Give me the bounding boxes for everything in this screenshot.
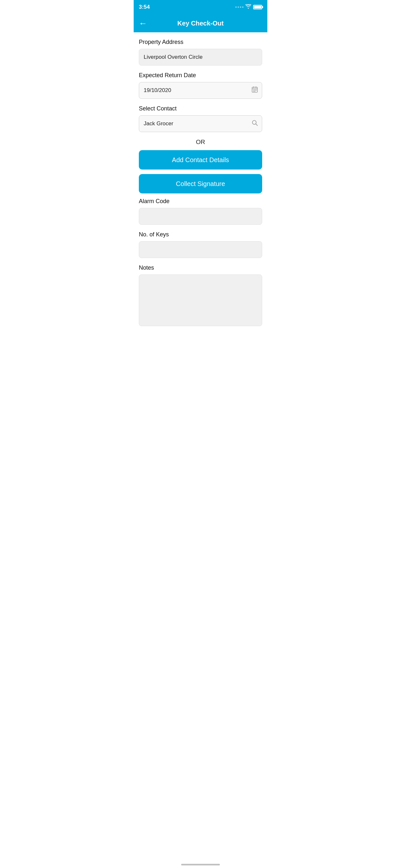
status-time: 3:54 bbox=[139, 4, 150, 10]
add-contact-details-button[interactable]: Add Contact Details bbox=[139, 150, 262, 169]
or-divider: OR bbox=[139, 138, 262, 146]
svg-rect-1 bbox=[253, 90, 254, 91]
alarm-code-input[interactable] bbox=[139, 208, 262, 225]
return-date-group: Expected Return Date bbox=[139, 72, 262, 99]
main-content: Property Address Expected Return Date bbox=[134, 32, 267, 340]
property-address-input[interactable] bbox=[139, 49, 262, 66]
page-title: Key Check-Out bbox=[177, 20, 223, 27]
back-button[interactable]: ← bbox=[139, 19, 147, 27]
return-date-label: Expected Return Date bbox=[139, 72, 262, 79]
status-bar: 3:54 bbox=[134, 0, 267, 14]
no-of-keys-group: No. of Keys bbox=[139, 231, 262, 258]
calendar-icon[interactable] bbox=[251, 86, 258, 95]
svg-rect-2 bbox=[254, 90, 255, 91]
collect-signature-button[interactable]: Collect Signature bbox=[139, 174, 262, 193]
battery-icon bbox=[253, 5, 262, 9]
no-of-keys-label: No. of Keys bbox=[139, 231, 262, 238]
return-date-input[interactable] bbox=[139, 82, 262, 99]
alarm-code-wrapper bbox=[139, 208, 262, 225]
property-address-wrapper bbox=[139, 49, 262, 66]
nav-bar: ← Key Check-Out bbox=[134, 14, 267, 32]
no-of-keys-input[interactable] bbox=[139, 241, 262, 258]
alarm-code-group: Alarm Code bbox=[139, 198, 262, 225]
svg-rect-3 bbox=[256, 90, 257, 91]
notes-input[interactable] bbox=[139, 275, 262, 326]
select-contact-wrapper bbox=[139, 115, 262, 132]
select-contact-group: Select Contact bbox=[139, 105, 262, 132]
signal-icon bbox=[235, 6, 243, 8]
svg-rect-5 bbox=[254, 91, 255, 92]
status-icons bbox=[235, 4, 262, 10]
alarm-code-label: Alarm Code bbox=[139, 198, 262, 205]
search-icon[interactable] bbox=[251, 120, 258, 128]
property-address-label: Property Address bbox=[139, 39, 262, 45]
svg-rect-4 bbox=[253, 91, 254, 92]
return-date-wrapper bbox=[139, 82, 262, 99]
property-address-group: Property Address bbox=[139, 39, 262, 66]
notes-group: Notes bbox=[139, 265, 262, 328]
no-of-keys-wrapper bbox=[139, 241, 262, 258]
select-contact-label: Select Contact bbox=[139, 105, 262, 112]
notes-label: Notes bbox=[139, 265, 262, 271]
wifi-icon bbox=[245, 4, 251, 10]
select-contact-input[interactable] bbox=[139, 115, 262, 132]
